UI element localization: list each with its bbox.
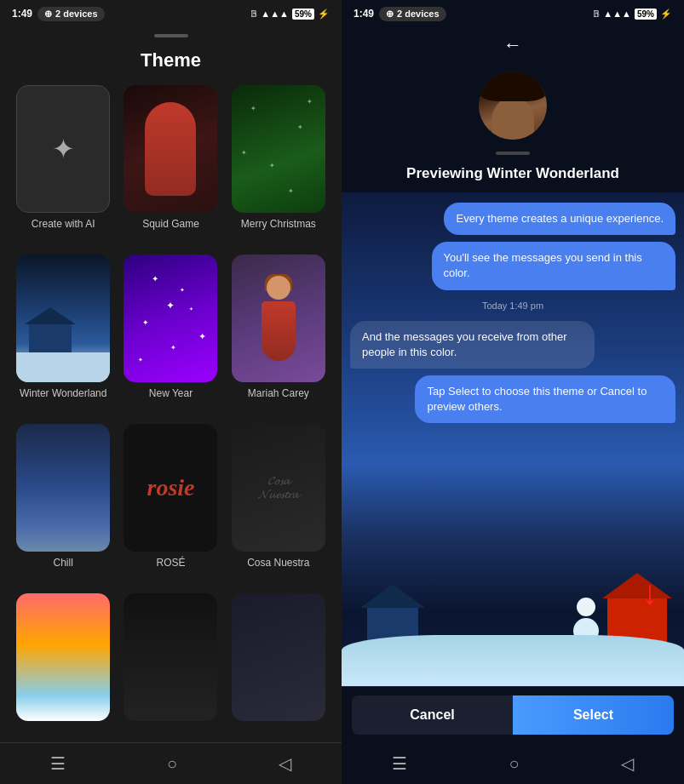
theme-card-mariah[interactable] [232,255,325,382]
theme-item-rose[interactable]: rosie ROSÉ [121,424,220,585]
action-buttons: Cancel Select [342,686,684,743]
chat-messages: Every theme creates a unique experience.… [342,192,684,618]
avatar-hair [479,72,547,101]
theme-card-gradient1[interactable] [16,593,110,721]
theme-item-dark2[interactable] [229,593,328,742]
panel-title: Theme [0,41,342,85]
signal-icon: ▲▲▲ [261,9,289,19]
theme-item-mariah[interactable]: Mariah Carey [229,255,328,415]
theme-label-chill: Chill [53,557,72,569]
right-battery: 59% [635,9,657,20]
left-devices-label: 2 devices [55,9,98,19]
theme-card-dark1[interactable] [124,593,217,721]
avatar-face [491,97,534,140]
theme-card-christmas[interactable]: ✦ ✦ ✦ ✦ ✦ ✦ [232,85,325,213]
left-home-icon[interactable]: ○ [167,754,177,774]
right-status-left: 1:49 ⊕ 2 devices [353,7,446,21]
theme-card-chill[interactable] [16,424,110,552]
squid-figure [145,102,196,196]
theme-label-squid: Squid Game [142,218,199,230]
profile-avatar [479,72,547,140]
right-charging-icon: ⚡ [660,9,672,20]
right-bt-icon: 𝔹 [593,9,600,20]
theme-card-squid[interactable] [124,85,217,213]
cast-icon: ⊕ [44,9,52,20]
theme-label-ai: Create with AI [32,218,95,230]
theme-card-rose[interactable]: rosie [124,424,217,552]
bt-icon: 𝔹 [250,9,257,20]
theme-label-newyear: New Year [149,387,193,399]
christmas-sparkle: ✦ ✦ ✦ ✦ ✦ ✦ [232,85,325,213]
message-1: Every theme creates a unique experience. [444,203,675,235]
theme-label-cosa: Cosa Nuestra [247,557,309,569]
right-panel: 1:49 ⊕ 2 devices 𝔹 ▲▲▲ 59% ⚡ ← Previewin… [342,0,684,784]
stars-decoration: ✦ ✦ ✦ ✦ ✦ ✦ ✦ ✦ [124,255,217,382]
left-battery: 59% [292,9,314,20]
preview-profile [342,63,684,148]
right-nav-bar: ☰ ○ ◁ [342,743,684,784]
snow-ground [342,635,684,686]
theme-card-cosa[interactable]: 𝓒𝓸𝓼𝓪𝓝𝓾𝓮𝓼𝓽𝓻𝓪 [232,424,325,552]
theme-label-rose: ROSÉ [156,557,185,569]
theme-card-ai[interactable]: ✦ [16,85,110,213]
preview-title: Previewing Winter Wonderland [342,162,684,192]
theme-label-mariah: Mariah Carey [248,387,309,399]
mariah-figure [255,276,302,361]
back-button[interactable]: ← [342,27,684,63]
theme-item-cosa[interactable]: 𝓒𝓸𝓼𝓪𝓝𝓾𝓮𝓼𝓽𝓻𝓪 Cosa Nuestra [229,424,328,585]
winter-house [29,323,72,357]
theme-item-christmas[interactable]: ✦ ✦ ✦ ✦ ✦ ✦ Merry Christmas [229,85,328,246]
right-device-chip: ⊕ 2 devices [379,7,446,21]
left-status-right: 𝔹 ▲▲▲ 59% ⚡ [250,9,330,20]
left-back-icon[interactable]: ◁ [279,753,291,774]
theme-item-newyear[interactable]: ✦ ✦ ✦ ✦ ✦ ✦ ✦ ✦ New Year [121,255,220,415]
right-signal-icon: ▲▲▲ [603,9,631,19]
left-device-chip: ⊕ 2 devices [37,7,105,21]
arrow-down-icon: ↓ [641,575,658,609]
theme-item-squid[interactable]: Squid Game [121,85,220,246]
mariah-dress [262,301,296,361]
mariah-head [267,276,290,300]
theme-card-newyear[interactable]: ✦ ✦ ✦ ✦ ✦ ✦ ✦ ✦ [124,255,217,382]
left-time: 1:49 [12,8,32,20]
right-home-icon[interactable]: ○ [509,754,519,774]
left-panel: 1:49 ⊕ 2 devices 𝔹 ▲▲▲ 59% ⚡ Theme ✦ Cre… [0,0,342,784]
message-4: Tap Select to choose this theme or Cance… [415,375,675,423]
select-button[interactable]: Select [513,695,674,735]
message-3: And the messages you receive from other … [350,321,595,369]
ai-icon: ✦ [52,133,75,165]
right-drag-handle[interactable] [496,152,530,155]
right-status-bar: 1:49 ⊕ 2 devices 𝔹 ▲▲▲ 59% ⚡ [342,0,684,27]
theme-card-winter[interactable] [16,255,110,382]
left-nav-bar: ☰ ○ ◁ [0,742,342,784]
theme-item-ai[interactable]: ✦ Create with AI [14,85,112,246]
winter-snow [16,352,110,382]
theme-item-gradient1[interactable] [14,593,112,742]
message-time: Today 1:49 pm [350,300,675,311]
left-menu-icon[interactable]: ☰ [50,753,66,774]
right-devices-label: 2 devices [397,9,440,19]
right-cast-icon: ⊕ [386,9,394,20]
themes-grid: ✦ Create with AI Squid Game ✦ ✦ ✦ ✦ ✦ ✦ [0,85,342,742]
left-status-left: 1:49 ⊕ 2 devices [12,7,105,21]
cancel-button[interactable]: Cancel [352,695,513,735]
right-status-right: 𝔹 ▲▲▲ 59% ⚡ [593,9,672,20]
theme-label-winter: Winter Wonderland [20,387,107,399]
cosa-logo: 𝓒𝓸𝓼𝓪𝓝𝓾𝓮𝓼𝓽𝓻𝓪 [258,474,298,501]
right-time: 1:49 [353,8,374,20]
charging-icon: ⚡ [318,9,330,20]
theme-item-winter[interactable]: Winter Wonderland [14,255,112,415]
right-menu-icon[interactable]: ☰ [392,753,407,774]
rose-logo: rosie [147,474,194,501]
preview-background: Every theme creates a unique experience.… [342,192,684,686]
theme-item-dark1[interactable] [121,593,220,742]
right-back-nav-icon[interactable]: ◁ [621,753,634,774]
theme-item-chill[interactable]: Chill [14,424,112,585]
theme-label-christmas: Merry Christmas [241,218,316,230]
left-drag-handle[interactable] [154,34,188,37]
message-2: You'll see the messages you send in this… [432,242,676,289]
avatar-image [479,72,547,140]
left-status-bar: 1:49 ⊕ 2 devices 𝔹 ▲▲▲ 59% ⚡ [0,0,342,27]
theme-card-dark2[interactable] [232,593,325,721]
